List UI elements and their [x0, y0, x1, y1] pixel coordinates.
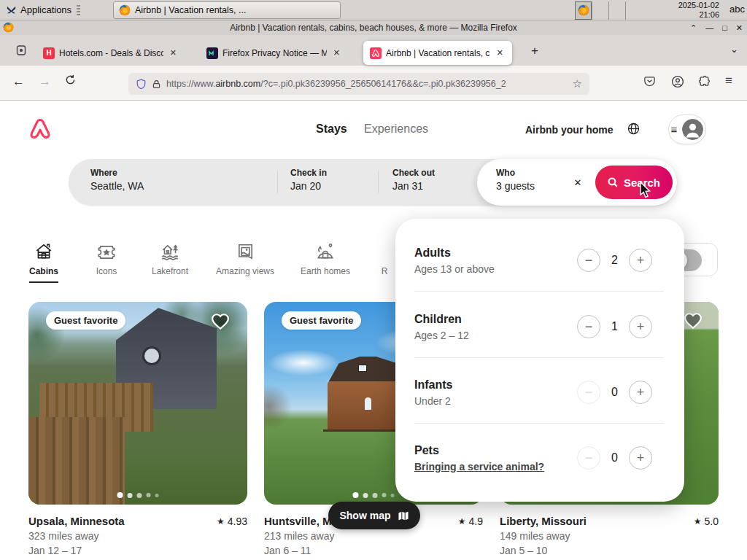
url-bar[interactable]: https://www.airbnb.com/?c=.pi0.pk3623995… — [128, 73, 589, 95]
browser-menu-button[interactable]: ≡ — [725, 74, 732, 88]
category-icons[interactable]: Icons — [73, 241, 140, 276]
airbnb-your-home-link[interactable]: Airbnb your home — [525, 124, 614, 136]
search-where-field[interactable]: Where Seattle, WA — [90, 168, 144, 192]
pets-decrement-button[interactable]: − — [577, 446, 600, 470]
infants-decrement-button[interactable]: − — [577, 381, 600, 404]
taskbar-window-label: Airbnb | Vacation rentals, ... — [135, 5, 246, 15]
adults-increment-button[interactable]: + — [629, 249, 652, 272]
nav-stays[interactable]: Stays — [316, 122, 347, 136]
menu-icon: ≡ — [671, 123, 678, 136]
forward-button[interactable]: → — [39, 74, 51, 89]
window-title: Airbnb | Vacation rentals, cabins, beach… — [0, 23, 747, 33]
search-checkin-field[interactable]: Check in Jan 20 — [290, 168, 327, 192]
category-label: Amazing views — [212, 266, 279, 276]
avatar — [682, 119, 703, 140]
checkout-label: Check out — [392, 168, 435, 178]
applications-label: Applications — [20, 4, 71, 15]
category-lakefront[interactable]: Lakefront — [136, 241, 204, 276]
screen: Applications Airbnb | Vacation rentals, … — [0, 0, 747, 560]
listing-rating: 4.9 — [469, 516, 483, 527]
globe-icon — [627, 122, 640, 135]
children-title: Children — [414, 313, 469, 326]
selected-category-underline — [29, 281, 58, 283]
carousel-dots[interactable] — [353, 492, 395, 498]
tab-privacy-notice[interactable]: Firefox Privacy Notice — M ✕ — [200, 41, 349, 65]
category-label: Earth homes — [292, 266, 359, 276]
minimize-window-button[interactable]: — — [705, 23, 713, 32]
infants-title: Infants — [414, 378, 452, 392]
listing-dates: Jan 5 – 10 — [500, 545, 719, 556]
lock-icon[interactable] — [152, 79, 161, 89]
photo-decoration — [358, 365, 367, 372]
category-cabins[interactable]: Cabins — [10, 241, 77, 276]
star-icon: ★ — [694, 516, 702, 526]
close-tab-icon[interactable]: ✕ — [331, 47, 342, 58]
airbnb-page: Stays Experiences Airbnb your home ≡ Whe… — [0, 101, 747, 560]
close-window-button[interactable]: ✕ — [736, 23, 743, 33]
carousel-dots[interactable] — [117, 492, 159, 498]
search-button[interactable]: Search — [595, 166, 673, 199]
star-icon: ★ — [458, 516, 466, 526]
wishlist-heart-icon[interactable] — [684, 312, 703, 332]
list-all-tabs-button[interactable]: ⌄ — [730, 44, 738, 55]
pets-increment-button[interactable]: + — [629, 446, 652, 470]
children-decrement-button[interactable]: − — [577, 315, 600, 338]
clock-date: 2025-01-02 — [678, 1, 719, 10]
extensions-button[interactable] — [698, 75, 711, 90]
workspace-3[interactable] — [608, 1, 625, 20]
puzzle-icon — [698, 75, 711, 88]
wishlist-heart-icon[interactable] — [211, 313, 230, 333]
map-icon — [398, 510, 409, 521]
workspace-2[interactable] — [592, 1, 608, 20]
maximize-window-button[interactable]: □ — [722, 23, 727, 32]
tab-hotels[interactable]: H Hotels.com - Deals & Disco ✕ — [36, 41, 185, 65]
workspace-1[interactable] — [575, 1, 592, 20]
infants-count: 0 — [606, 386, 623, 399]
close-tab-icon[interactable]: ✕ — [168, 47, 179, 58]
dot — [363, 493, 368, 498]
adults-count: 2 — [606, 254, 623, 267]
system-clock: 2025-01-02 21:06 — [678, 1, 719, 20]
applications-menu-button[interactable]: Applications — [0, 0, 86, 20]
keyboard-layout-indicator[interactable]: abc — [729, 4, 745, 15]
cabin-icon — [34, 242, 53, 261]
where-label: Where — [90, 168, 144, 178]
pocket-button[interactable] — [643, 75, 656, 90]
children-increment-button[interactable]: + — [629, 315, 652, 338]
tracking-shield-icon[interactable] — [136, 79, 147, 90]
infants-increment-button[interactable]: + — [629, 381, 652, 404]
adults-decrement-button[interactable]: − — [577, 249, 600, 272]
category-label: Icons — [73, 266, 140, 276]
listing-dates: Jan 12 – 17 — [28, 545, 247, 556]
account-button[interactable] — [671, 75, 684, 91]
photo-decoration — [28, 417, 125, 505]
new-tab-button[interactable]: + — [531, 44, 538, 58]
show-map-button[interactable]: Show map — [328, 502, 420, 529]
tab-airbnb-active[interactable]: Airbnb | Vacation rentals, c ✕ — [363, 41, 512, 65]
search-checkout-field[interactable]: Check out Jan 31 — [392, 168, 435, 192]
nav-experiences[interactable]: Experiences — [364, 122, 428, 136]
grip-handle-icon — [77, 5, 80, 15]
airbnb-logo[interactable] — [28, 117, 52, 144]
workspace-4[interactable] — [625, 1, 642, 20]
category-amazing-views[interactable]: Amazing views — [212, 241, 279, 276]
close-tab-icon[interactable]: ✕ — [495, 47, 506, 58]
user-menu-button[interactable]: ≡ — [668, 114, 706, 144]
dot — [373, 493, 378, 498]
category-earth-homes[interactable]: Earth homes — [292, 241, 359, 276]
taskbar-window-button[interactable]: Airbnb | Vacation rentals, ... — [113, 1, 341, 19]
language-globe-button[interactable] — [627, 122, 640, 138]
back-button[interactable]: ← — [12, 74, 25, 89]
reload-button[interactable] — [65, 74, 76, 89]
listing-photo[interactable]: Guest favorite — [28, 302, 247, 505]
listing-card-upsala[interactable]: Guest favorite Upsala, Minnesota ★4.93 3… — [28, 302, 247, 556]
search-who-field[interactable]: Who 3 guests ✕ Search — [477, 159, 677, 206]
bookmark-star-icon[interactable]: ☆ — [573, 77, 582, 90]
service-animal-link[interactable]: Bringing a service animal? — [414, 461, 544, 472]
where-value: Seattle, WA — [90, 180, 144, 192]
shade-window-button[interactable]: ⌃ — [690, 23, 697, 33]
clear-guests-button[interactable]: ✕ — [568, 172, 588, 192]
firefox-view-button[interactable] — [13, 43, 29, 58]
search-bar: Where Seattle, WA Check in Jan 20 Check … — [69, 159, 677, 206]
dot — [155, 494, 159, 497]
